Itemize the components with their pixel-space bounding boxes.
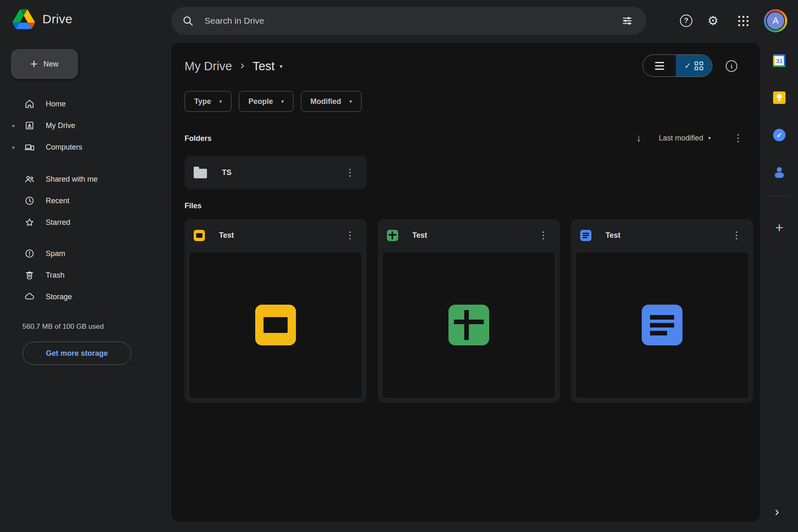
folder-card-ts[interactable]: TS ⋮ — [185, 156, 367, 189]
keep-icon — [777, 94, 782, 99]
storage-cloud-icon — [24, 291, 35, 302]
help-button[interactable]: ? — [680, 15, 692, 27]
calendar-icon: 31 — [776, 57, 783, 64]
chevron-right-icon: › — [240, 59, 244, 73]
tasks-icon: ✓ — [776, 131, 782, 140]
account-avatar[interactable]: A — [764, 9, 787, 32]
my-drive-icon — [24, 120, 35, 131]
tune-icon — [621, 15, 633, 27]
caret-down-icon: ▾ — [281, 99, 284, 104]
home-icon — [24, 99, 35, 109]
breadcrumb-current-folder[interactable]: Test ▾ — [253, 59, 283, 73]
docs-file-icon — [580, 230, 591, 241]
settings-button[interactable]: ⚙ — [707, 12, 719, 29]
shared-with-me-icon — [24, 174, 35, 185]
file-thumbnail — [189, 251, 362, 399]
search-icon[interactable] — [182, 15, 194, 27]
file-card-header: Test ⋮ — [185, 219, 367, 251]
sort-by-button[interactable]: Last modified — [659, 134, 703, 143]
file-thumbnail — [575, 251, 749, 399]
google-apps-button[interactable] — [738, 16, 749, 27]
computers-icon — [24, 142, 35, 153]
expand-caret-icon[interactable]: ▸ — [12, 123, 15, 128]
drive-triangle-icon — [12, 9, 35, 29]
sort-direction-button[interactable]: ↓ — [636, 132, 641, 144]
file-card-header: Test ⋮ — [571, 219, 753, 251]
google-drive-window: Drive ? ⚙ A + New — [0, 0, 798, 532]
file-more-button[interactable]: ⋮ — [729, 229, 744, 241]
contacts-sidebar-button[interactable] — [773, 166, 786, 179]
main-content: My Drive › Test ▾ ✓ i Type ▾ — [171, 43, 760, 522]
sidebar-item-home[interactable]: Home — [6, 93, 139, 115]
search-bar[interactable] — [171, 7, 646, 35]
sidebar-item-storage[interactable]: Storage — [6, 286, 139, 308]
sidebar-item-shared-with-me[interactable]: Shared with me — [6, 168, 139, 190]
sidebar-item-my-drive[interactable]: ▸ My Drive — [6, 115, 139, 136]
calendar-sidebar-button[interactable]: 31 — [773, 54, 786, 67]
get-more-storage-button[interactable]: Get more storage — [22, 342, 131, 365]
docs-file-icon-large — [642, 305, 682, 345]
question-icon: ? — [684, 17, 688, 25]
folder-more-button[interactable]: ⋮ — [342, 167, 357, 178]
sheets-file-icon — [387, 230, 398, 241]
nav-section-primary: Home ▸ My Drive ▸ Computers — [6, 93, 139, 158]
caret-down-icon: ▾ — [350, 99, 352, 104]
filter-chip-type[interactable]: Type ▾ — [185, 91, 232, 112]
grid-view-button-selected[interactable]: ✓ — [676, 55, 712, 76]
avatar-letter: A — [766, 11, 785, 30]
app-title: Drive — [42, 12, 73, 26]
breadcrumb: My Drive › Test ▾ — [185, 54, 282, 78]
rail-divider — [769, 195, 790, 196]
view-toggle: ✓ — [643, 54, 712, 77]
breadcrumb-my-drive[interactable]: My Drive — [185, 59, 232, 73]
add-apps-button[interactable]: + — [772, 220, 786, 234]
filter-chip-people[interactable]: People ▾ — [239, 91, 293, 112]
info-icon: i — [731, 63, 732, 70]
keep-sidebar-button[interactable] — [773, 91, 786, 104]
folder-icon — [194, 169, 207, 178]
filter-chips: Type ▾ People ▾ Modified ▾ — [185, 91, 362, 112]
grid-view-icon — [695, 62, 703, 70]
sidebar-item-computers[interactable]: ▸ Computers — [6, 136, 139, 158]
sheets-file-icon-large — [448, 305, 489, 345]
file-card-sheets[interactable]: Test ⋮ — [378, 219, 560, 403]
trash-icon — [24, 270, 35, 281]
slides-file-icon-large — [255, 305, 296, 345]
file-more-button[interactable]: ⋮ — [536, 229, 551, 241]
sidebar-item-trash[interactable]: Trash — [6, 264, 139, 286]
folders-section-label: Folders — [185, 134, 212, 143]
nav-section-secondary: Shared with me Recent Starred — [6, 168, 139, 233]
sidebar-item-recent[interactable]: Recent — [6, 190, 139, 212]
search-options-button[interactable] — [619, 12, 635, 29]
file-more-button[interactable]: ⋮ — [342, 229, 357, 241]
plus-icon: + — [775, 219, 783, 236]
gear-icon: ⚙ — [707, 14, 719, 27]
filter-chip-modified[interactable]: Modified ▾ — [301, 91, 362, 112]
recent-icon — [24, 195, 35, 206]
file-thumbnail — [382, 251, 556, 399]
storage-usage-text: 560.7 MB of 100 GB used — [22, 323, 104, 331]
drive-logo[interactable]: Drive — [12, 9, 73, 29]
sort-controls: ↓ Last modified ▾ ⋮ — [636, 128, 746, 148]
details-button[interactable]: i — [726, 60, 737, 72]
contacts-icon — [777, 167, 782, 172]
file-card-slides[interactable]: Test ⋮ — [185, 219, 367, 403]
sidebar-item-starred[interactable]: Starred — [6, 212, 139, 233]
file-card-header: Test ⋮ — [378, 219, 560, 251]
tasks-sidebar-button[interactable]: ✓ — [773, 129, 786, 141]
list-view-icon — [655, 62, 664, 70]
spam-icon — [24, 248, 35, 259]
search-input[interactable] — [204, 16, 619, 26]
nav-section-tertiary: Spam Trash Storage — [6, 243, 139, 308]
expand-caret-icon[interactable]: ▸ — [12, 144, 15, 150]
starred-icon — [24, 217, 35, 228]
apps-grid-icon — [738, 16, 740, 18]
hide-side-panel-button[interactable]: › — [775, 504, 779, 519]
plus-icon: + — [30, 58, 38, 70]
more-options-button[interactable]: ⋮ — [731, 132, 746, 144]
new-button[interactable]: + New — [11, 49, 78, 79]
list-view-button[interactable] — [643, 55, 676, 76]
file-card-docs[interactable]: Test ⋮ — [571, 219, 753, 403]
sidebar-item-spam[interactable]: Spam — [6, 243, 139, 264]
slides-file-icon — [194, 230, 205, 241]
